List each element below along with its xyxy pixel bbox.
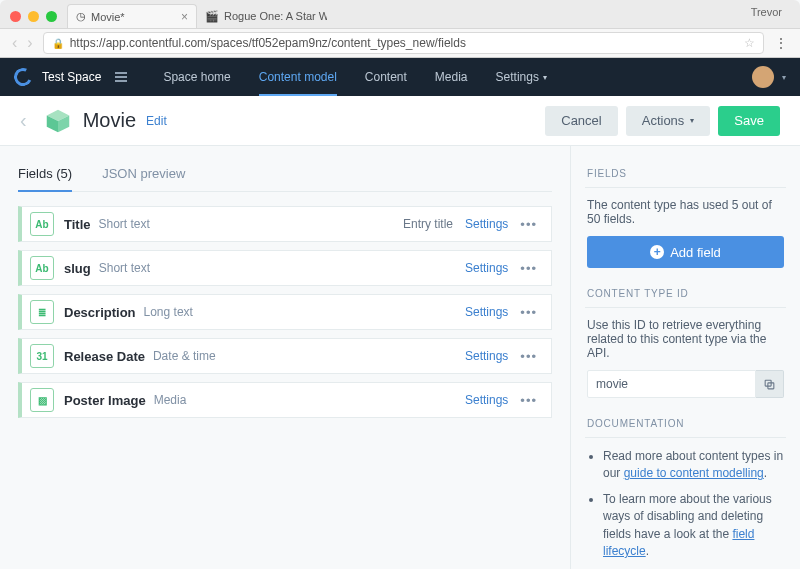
doc-item: To learn more about the various ways of … <box>603 491 784 561</box>
close-window-icon[interactable] <box>10 11 21 22</box>
field-type-icon: Ab <box>30 212 54 236</box>
field-actions-icon[interactable]: ••• <box>516 305 541 320</box>
nav-space-home[interactable]: Space home <box>149 58 244 96</box>
field-actions-icon[interactable]: ••• <box>516 349 541 364</box>
copy-id-button[interactable] <box>756 370 784 398</box>
field-row[interactable]: AbTitleShort textEntry titleSettings••• <box>18 206 552 242</box>
field-type-label: Short text <box>99 217 150 231</box>
actions-button[interactable]: Actions▾ <box>626 106 711 136</box>
window-controls[interactable] <box>0 11 67 28</box>
field-actions-icon[interactable]: ••• <box>516 393 541 408</box>
field-type-icon: ▨ <box>30 388 54 412</box>
field-name: slug <box>64 261 91 276</box>
address-bar[interactable]: 🔒 https://app.contentful.com/spaces/tf05… <box>43 32 764 54</box>
save-button[interactable]: Save <box>718 106 780 136</box>
favicon-icon: ◷ <box>76 10 86 23</box>
contentful-logo-icon <box>11 65 34 88</box>
back-chevron-icon[interactable]: ‹ <box>20 109 27 132</box>
space-switcher-icon[interactable] <box>115 72 127 82</box>
tab-fields[interactable]: Fields (5) <box>18 160 72 191</box>
doc-item: Read more about content types in our gui… <box>603 448 784 483</box>
minimize-window-icon[interactable] <box>28 11 39 22</box>
field-type-label: Short text <box>99 261 150 275</box>
plus-icon: + <box>650 245 664 259</box>
field-row[interactable]: ≣DescriptionLong textSettings••• <box>18 294 552 330</box>
entry-title-badge: Entry title <box>403 217 453 231</box>
browser-tab-1[interactable]: 🎬 Rogue One: A Star Wars Story × <box>197 4 327 28</box>
browser-profile-name[interactable]: Trevor <box>751 6 782 18</box>
field-actions-icon[interactable]: ••• <box>516 261 541 276</box>
sidebar-heading-fields: FIELDS <box>587 168 784 179</box>
field-settings-link[interactable]: Settings <box>465 305 508 319</box>
browser-tab-0[interactable]: ◷ Movie* × <box>67 4 197 28</box>
favicon-icon: 🎬 <box>205 10 219 23</box>
sidebar-heading-documentation: DOCUMENTATION <box>587 418 784 429</box>
close-tab-icon[interactable]: × <box>181 10 188 24</box>
field-name: Title <box>64 217 91 232</box>
browser-tab-title: Rogue One: A Star Wars Story <box>224 10 327 22</box>
browser-tab-title: Movie* <box>91 11 125 23</box>
fields-usage-text: The content type has used 5 out of 50 fi… <box>587 198 784 226</box>
field-type-icon: 31 <box>30 344 54 368</box>
content-type-title: Movie <box>83 109 136 132</box>
field-name: Poster Image <box>64 393 146 408</box>
field-settings-link[interactable]: Settings <box>465 261 508 275</box>
field-name: Description <box>64 305 136 320</box>
fullscreen-window-icon[interactable] <box>46 11 57 22</box>
user-avatar[interactable] <box>752 66 774 88</box>
nav-settings[interactable]: Settings▾ <box>482 58 561 96</box>
copy-icon <box>763 378 776 391</box>
nav-media[interactable]: Media <box>421 58 482 96</box>
browser-menu-icon[interactable]: ⋮ <box>774 35 788 51</box>
field-row[interactable]: 31Release DateDate & timeSettings••• <box>18 338 552 374</box>
field-type-icon: ≣ <box>30 300 54 324</box>
field-actions-icon[interactable]: ••• <box>516 217 541 232</box>
sidebar-heading-ctid: CONTENT TYPE ID <box>587 288 784 299</box>
ctid-description: Use this ID to retrieve everything relat… <box>587 318 784 360</box>
chevron-down-icon: ▾ <box>782 73 786 82</box>
lock-icon: 🔒 <box>52 38 64 49</box>
add-field-button[interactable]: + Add field <box>587 236 784 268</box>
field-row[interactable]: ▨Poster ImageMediaSettings••• <box>18 382 552 418</box>
chevron-down-icon: ▾ <box>690 116 694 125</box>
content-type-id-input[interactable] <box>587 370 756 398</box>
field-type-label: Date & time <box>153 349 216 363</box>
forward-icon: › <box>27 34 32 52</box>
nav-content-model[interactable]: Content model <box>245 58 351 96</box>
url-text: https://app.contentful.com/spaces/tf052e… <box>70 36 466 50</box>
chevron-down-icon: ▾ <box>543 73 547 82</box>
back-icon: ‹ <box>12 34 17 52</box>
field-row[interactable]: AbslugShort textSettings••• <box>18 250 552 286</box>
field-settings-link[interactable]: Settings <box>465 349 508 363</box>
field-settings-link[interactable]: Settings <box>465 393 508 407</box>
field-type-label: Long text <box>144 305 193 319</box>
space-name[interactable]: Test Space <box>42 70 101 84</box>
tab-json-preview[interactable]: JSON preview <box>102 160 185 191</box>
field-type-label: Media <box>154 393 187 407</box>
cancel-button[interactable]: Cancel <box>545 106 617 136</box>
bookmark-star-icon[interactable]: ☆ <box>744 36 755 50</box>
edit-title-link[interactable]: Edit <box>146 114 167 128</box>
nav-content[interactable]: Content <box>351 58 421 96</box>
field-type-icon: Ab <box>30 256 54 280</box>
field-settings-link[interactable]: Settings <box>465 217 508 231</box>
content-type-icon <box>43 106 73 136</box>
doc-link-guide[interactable]: guide to content modelling <box>624 466 764 480</box>
field-name: Release Date <box>64 349 145 364</box>
